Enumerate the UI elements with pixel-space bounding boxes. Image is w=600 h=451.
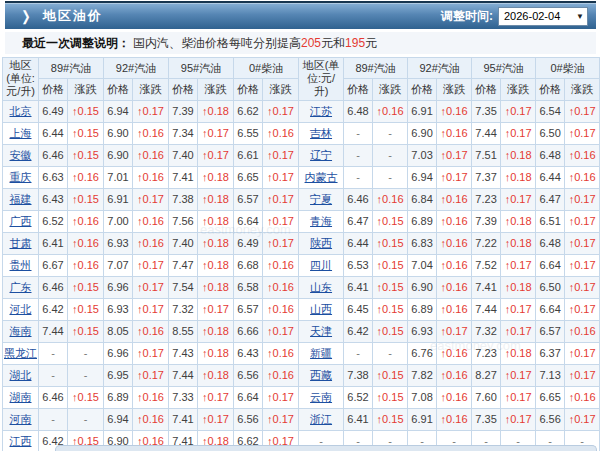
change-subheader: 涨跌	[198, 79, 234, 100]
change-cell: ↑0.17	[133, 254, 169, 276]
price-cell: 6.41	[344, 276, 373, 298]
price-cell: 7.41	[169, 408, 198, 430]
price-cell: 6.46	[39, 386, 68, 408]
price-cell: 6.90	[408, 276, 437, 298]
region-link[interactable]: 西藏	[310, 369, 332, 381]
region-link[interactable]: 河南	[10, 413, 32, 425]
change-cell: ↑0.17	[198, 144, 234, 166]
region-link[interactable]: 湖南	[10, 391, 32, 403]
price-subheader: 价格	[39, 79, 68, 100]
region-link[interactable]: 北京	[10, 105, 32, 117]
change-cell: ↑0.16	[437, 254, 472, 276]
price-cell: 7.41	[169, 166, 198, 188]
region-link[interactable]: 上海	[10, 127, 32, 139]
date-select[interactable]: 2026-02-04 ▼	[498, 7, 588, 26]
table-row: 黑龙江--6.96↑0.177.43↑0.186.43↑0.16新疆--6.76…	[3, 342, 600, 364]
region-link[interactable]: 江苏	[310, 105, 332, 117]
region-link[interactable]: 浙江	[310, 413, 332, 425]
change-cell: ↑0.17	[565, 342, 600, 364]
price-cell: -	[344, 144, 373, 166]
change-cell: ↑0.17	[501, 100, 536, 122]
region-link[interactable]: 四川	[310, 259, 332, 271]
change-subheader: 涨跌	[133, 79, 169, 100]
change-cell: ↑0.15	[373, 364, 408, 386]
region-cell: 山西	[299, 298, 344, 320]
price-cell: 6.90	[104, 144, 133, 166]
region-link[interactable]: 辽宁	[310, 149, 332, 161]
region-link[interactable]: 重庆	[10, 171, 32, 183]
price-cell: 6.64	[234, 386, 263, 408]
region-cell: 江西	[3, 430, 39, 451]
change-cell: ↑0.17	[565, 210, 600, 232]
change-cell: ↑0.16	[133, 232, 169, 254]
region-link[interactable]: 云南	[310, 391, 332, 403]
region-link[interactable]: 山西	[310, 303, 332, 315]
price-cell: 6.64	[234, 210, 263, 232]
price-cell: 6.47	[536, 188, 565, 210]
price-cell: 6.83	[408, 232, 437, 254]
price-cell: 6.93	[104, 298, 133, 320]
change-cell: ↑0.18	[501, 210, 536, 232]
region-cell: 西藏	[299, 364, 344, 386]
price-cell: 6.53	[344, 254, 373, 276]
change-cell: ↑0.18	[198, 276, 234, 298]
change-cell: ↑0.17	[263, 144, 299, 166]
change-cell: ↑0.17	[263, 232, 299, 254]
change-subheader: 涨跌	[501, 79, 536, 100]
change-cell: ↑0.15	[68, 188, 104, 210]
group-header-row: 地区(单位:元/升) 89#汽油 92#汽油 95#汽油 0#柴油 地区(单位:…	[3, 58, 600, 79]
region-link[interactable]: 吉林	[310, 127, 332, 139]
change-cell: ↑0.16	[565, 144, 600, 166]
region-link[interactable]: 天津	[310, 325, 332, 337]
price-cell: 6.96	[104, 276, 133, 298]
price-cell: 6.57	[234, 188, 263, 210]
region-cell: 新疆	[299, 342, 344, 364]
price-cell: 6.68	[234, 254, 263, 276]
region-link[interactable]: 甘肃	[10, 237, 32, 249]
price-cell: 6.58	[234, 276, 263, 298]
region-link[interactable]: 安徽	[10, 149, 32, 161]
change-cell: ↑0.17	[198, 298, 234, 320]
region-cell: 黑龙江	[3, 342, 39, 364]
price-cell: 7.44	[169, 364, 198, 386]
price-cell: -	[39, 408, 68, 430]
price-cell: 6.62	[234, 100, 263, 122]
change-cell: ↑0.15	[68, 276, 104, 298]
price-cell: 7.44	[472, 298, 501, 320]
price-cell: 6.61	[234, 144, 263, 166]
region-link[interactable]: 山东	[310, 281, 332, 293]
region-link[interactable]: 广东	[10, 281, 32, 293]
price-cell: 6.44	[344, 232, 373, 254]
price-cell: 6.44	[536, 166, 565, 188]
region-link[interactable]: 黑龙江	[4, 347, 37, 359]
region-link[interactable]: 江西	[10, 435, 32, 447]
region-link[interactable]: 青海	[310, 215, 332, 227]
region-link[interactable]: 河北	[10, 303, 32, 315]
region-link[interactable]: 陕西	[310, 237, 332, 249]
region-link[interactable]: 广西	[10, 215, 32, 227]
region-link[interactable]: 新疆	[310, 347, 332, 359]
region-link[interactable]: 福建	[10, 193, 32, 205]
table-row: 湖北--6.95↑0.177.44↑0.186.56↑0.16西藏7.38↑0.…	[3, 364, 600, 386]
change-cell: ↑0.18	[501, 144, 536, 166]
region-link[interactable]: 内蒙古	[305, 171, 338, 183]
price-cell: 7.40	[169, 144, 198, 166]
section-header: ❯ 地区油价 调整时间: 2026-02-04 ▼	[5, 1, 596, 29]
region-link[interactable]: 宁夏	[310, 193, 332, 205]
change-cell: ↑0.15	[373, 254, 408, 276]
change-cell: ↑0.17	[501, 320, 536, 342]
region-link[interactable]: 湖北	[10, 369, 32, 381]
change-cell: ↑0.17	[133, 276, 169, 298]
change-cell: -	[373, 122, 408, 144]
region-link[interactable]: 贵州	[10, 259, 32, 271]
price-cell: 6.57	[234, 298, 263, 320]
price-cell: 6.41	[344, 408, 373, 430]
notice-text-suffix: 元	[365, 35, 377, 52]
region-cell: 福建	[3, 188, 39, 210]
price-cell: -	[39, 364, 68, 386]
region-link[interactable]: 海南	[10, 325, 32, 337]
oil-price-table: 地区(单位:元/升) 89#汽油 92#汽油 95#汽油 0#柴油 地区(单位:…	[2, 57, 600, 451]
change-cell: ↑0.16	[68, 166, 104, 188]
col-header-0-diesel: 0#柴油	[536, 58, 600, 79]
change-cell: ↑0.18	[501, 342, 536, 364]
